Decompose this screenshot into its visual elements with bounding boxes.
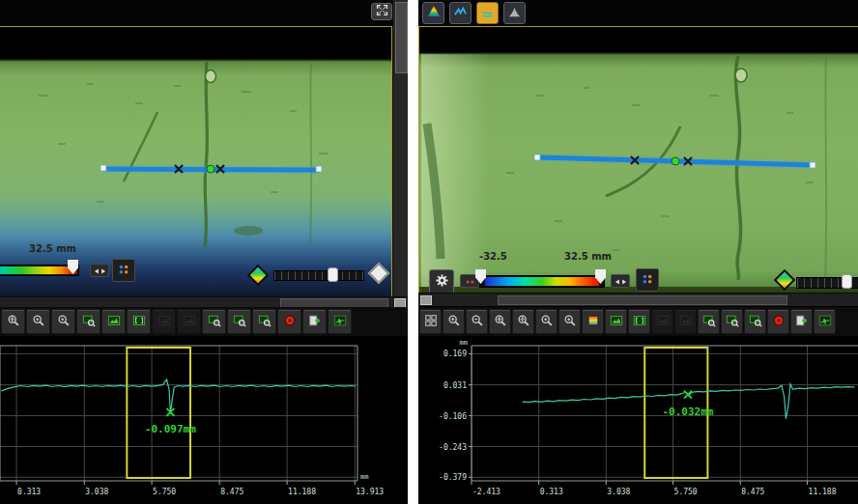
measure-endpoint-right[interactable] — [810, 162, 815, 168]
zoom-actual-size-button[interactable] — [535, 309, 558, 334]
zoom-fit-button[interactable] — [51, 309, 75, 334]
depth-marker[interactable] — [684, 391, 692, 399]
y-tick-label: -0.379 — [439, 473, 467, 482]
settings-button[interactable] — [429, 269, 454, 294]
scroll-left-button[interactable] — [420, 295, 432, 305]
y-tick-label: -0.106 — [439, 412, 467, 421]
measure-endpoint-left[interactable] — [100, 165, 106, 171]
region-search-3-button[interactable] — [744, 309, 766, 334]
x-tick-label: 11.188 — [809, 488, 837, 496]
display-mode-button[interactable] — [636, 268, 659, 292]
height-scale-max-label: 32.5 mm — [564, 251, 612, 262]
layers-icon — [480, 5, 495, 22]
region-search-3-button[interactable] — [252, 309, 276, 334]
x-tick-label: 5.750 — [153, 488, 176, 496]
roi-zoom-icon — [208, 314, 221, 330]
x-tick-label: -2.413 — [472, 488, 500, 496]
region-search-2-button[interactable] — [227, 309, 251, 334]
left-profile-chart[interactable]: -0.097mm0.3133.0385.7508.47511.18813.913… — [0, 338, 408, 504]
layout-button[interactable] — [419, 309, 442, 334]
left-inspection-panel: 32.5 mm -0.097mm0.313 — [0, 0, 408, 504]
scale-auto-button[interactable] — [90, 264, 109, 277]
fullscreen-button[interactable] — [371, 3, 392, 20]
capture-image-button[interactable] — [605, 309, 627, 334]
profile-tool-button[interactable] — [814, 309, 836, 334]
image-zoom-slider[interactable] — [273, 270, 364, 281]
tab-profile-wave-view[interactable] — [449, 2, 472, 24]
measure-endpoint-right[interactable] — [316, 166, 322, 172]
image-gray-icon — [656, 314, 670, 330]
region-search-2-button[interactable] — [721, 309, 743, 334]
pseudo-color-button[interactable] — [582, 309, 604, 334]
measure-line[interactable] — [100, 165, 322, 173]
cone-icon — [507, 5, 522, 22]
color-scale-gradient[interactable] — [479, 275, 605, 288]
display-mode-button[interactable] — [112, 259, 135, 282]
x-tick-label: 11.188 — [288, 488, 316, 496]
compare-images-button[interactable] — [127, 309, 151, 334]
compare-images-button[interactable] — [628, 309, 650, 334]
color-scale-gradient[interactable] — [0, 265, 79, 276]
zoom-pan-button[interactable] — [489, 309, 511, 334]
tool-disabled-2 — [177, 309, 201, 334]
color-dots-icon — [641, 272, 654, 289]
left-vertical-scroll-thumb[interactable] — [395, 2, 408, 73]
zoom-fit-button[interactable] — [558, 309, 581, 334]
scale-auto-button[interactable] — [611, 274, 630, 288]
left-vertical-scrollbar[interactable] — [392, 0, 409, 296]
left-chart-area: -0.097mm0.3133.0385.7508.47511.18813.913… — [0, 338, 408, 504]
y-tick-label: 0.031 — [443, 381, 467, 390]
surface-seam-line — [205, 62, 207, 247]
y-axis-unit-label: mm — [460, 339, 468, 347]
profile-tool-button[interactable] — [328, 309, 352, 334]
image-zoom-slider[interactable] — [796, 277, 858, 289]
right-profile-chart[interactable]: -0.032mm-2.4130.3133.0385.7508.47511.188… — [418, 338, 858, 504]
view-mode-tabs — [422, 2, 526, 24]
measure-center-point[interactable] — [207, 165, 214, 173]
zoom-actual-size-button[interactable] — [26, 309, 50, 334]
right-chart-area: -0.032mm-2.4130.3133.0385.7508.47511.188… — [418, 338, 858, 504]
export-image-button[interactable] — [302, 309, 327, 334]
image-green-icon — [610, 314, 623, 330]
zoom-pan-button[interactable] — [1, 309, 25, 334]
right-horizontal-scroll-thumb[interactable] — [498, 295, 787, 305]
roi-box[interactable] — [127, 348, 190, 478]
measure-line[interactable] — [534, 154, 815, 168]
mag-dot-icon — [32, 314, 45, 330]
roi-zoom-icon — [258, 314, 272, 330]
zoom-window-button[interactable] — [512, 309, 534, 334]
region-search-1-button[interactable] — [202, 309, 226, 334]
x-axis-unit-label: mm — [360, 473, 368, 481]
record-button[interactable] — [277, 309, 301, 334]
tab-layer-view[interactable] — [476, 2, 499, 24]
layout-icon — [424, 314, 438, 330]
right-surface-viewport[interactable]: -32.5 32.5 mm — [418, 26, 858, 294]
left-surface-viewport[interactable]: 32.5 mm — [0, 26, 392, 297]
surface-faint-line — [310, 64, 311, 244]
arrows-lr-icon — [615, 274, 627, 289]
image-gray-icon — [679, 314, 693, 330]
right-horizontal-scrollbar[interactable] — [418, 293, 858, 306]
measure-center-point[interactable] — [672, 157, 679, 165]
export-image-button[interactable] — [790, 309, 813, 334]
zoom-out-button[interactable] — [466, 309, 488, 334]
tab-shape-3d-view[interactable] — [503, 2, 526, 24]
image-zoom-handle[interactable] — [842, 274, 852, 289]
x-tick-label: 3.038 — [85, 488, 108, 496]
region-search-1-button[interactable] — [698, 309, 720, 334]
right-topbar — [418, 0, 858, 26]
mag-arrows-icon — [517, 314, 530, 330]
export-icon — [795, 314, 809, 330]
image-zoom-handle[interactable] — [328, 267, 338, 282]
capture-image-button[interactable] — [101, 309, 126, 334]
mag-dot-icon — [563, 314, 577, 330]
depth-value-label: -0.097mm — [145, 423, 196, 435]
surface-bubble — [735, 69, 747, 82]
zoom-in-button[interactable] — [443, 309, 465, 334]
measure-endpoint-left[interactable] — [534, 154, 540, 160]
tab-height-map-view[interactable] — [422, 2, 444, 24]
right-toolbar — [418, 307, 858, 336]
roi-zoom-button[interactable] — [76, 309, 100, 334]
record-button[interactable] — [767, 309, 789, 334]
export-icon — [308, 314, 322, 330]
